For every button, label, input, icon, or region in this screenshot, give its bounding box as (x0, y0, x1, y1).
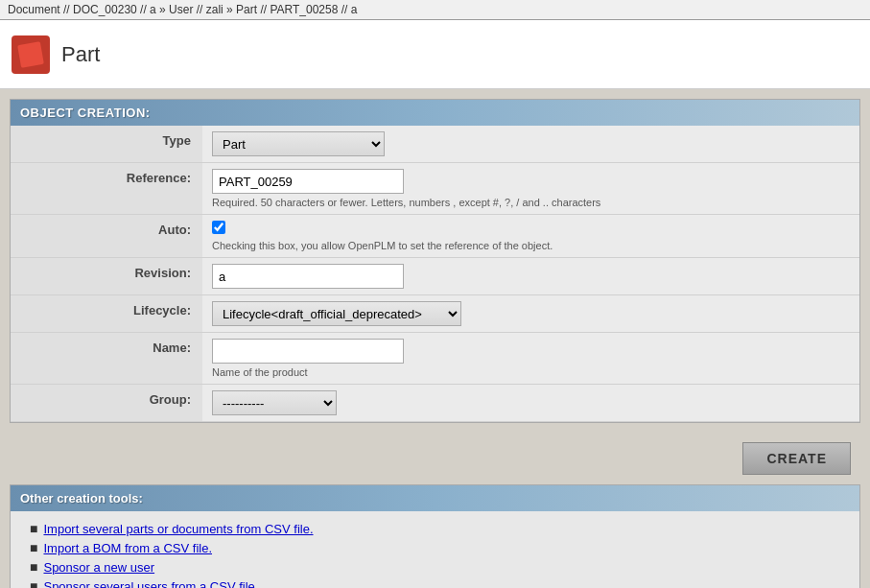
name-label: Name: (11, 333, 202, 385)
sponsor-user-link[interactable]: Sponsor a new user (43, 560, 154, 575)
import-bom-link[interactable]: Import a BOM from a CSV file. (43, 541, 212, 555)
import-parts-link[interactable]: Import several parts or documents from C… (43, 522, 313, 536)
type-label: Type (11, 126, 202, 163)
group-value-cell: ---------- (202, 385, 859, 422)
auto-checkbox[interactable] (212, 221, 225, 234)
bullet-icon: ■ (30, 540, 37, 555)
reference-label: Reference: (11, 163, 202, 215)
part-icon (12, 35, 50, 74)
part-icon-inner (17, 41, 44, 68)
bullet-icon: ■ (30, 521, 37, 536)
list-item: ■ Sponsor several users from a CSV file. (30, 578, 840, 588)
revision-input[interactable] (212, 264, 404, 289)
group-row: Group: ---------- (11, 385, 859, 422)
group-select[interactable]: ---------- (212, 390, 337, 415)
auto-hint: Checking this box, you allow OpenPLM to … (212, 240, 850, 251)
revision-value-cell (202, 258, 859, 295)
main-content: OBJECT CREATION: Type Part Document Refe… (0, 89, 870, 588)
other-tools-list: ■ Import several parts or documents from… (11, 511, 859, 588)
list-item: ■ Import several parts or documents from… (30, 521, 840, 536)
group-label: Group: (11, 385, 202, 422)
object-creation-header: OBJECT CREATION: (11, 100, 859, 126)
reference-hint: Required. 50 characters or fewer. Letter… (212, 197, 850, 208)
reference-value-cell: Required. 50 characters or fewer. Letter… (202, 163, 859, 215)
sponsor-users-link[interactable]: Sponsor several users from a CSV file. (43, 579, 258, 589)
bullet-icon: ■ (30, 559, 37, 575)
other-tools-panel: Other creation tools: ■ Import several p… (10, 484, 860, 588)
auto-row: Auto: Checking this box, you allow OpenP… (11, 215, 859, 258)
name-input[interactable] (212, 339, 404, 364)
create-button[interactable]: CREATE (742, 442, 851, 475)
lifecycle-select[interactable]: Lifecycle<draft_official_deprecated> (212, 301, 461, 326)
other-tools-header: Other creation tools: (11, 485, 859, 511)
lifecycle-value-cell: Lifecycle<draft_official_deprecated> (202, 295, 859, 333)
revision-row: Revision: (11, 258, 859, 295)
page-title: Part (61, 42, 100, 67)
auto-label: Auto: (11, 215, 202, 258)
type-value-cell: Part Document (202, 126, 859, 163)
reference-input[interactable] (212, 169, 404, 194)
create-button-row: CREATE (10, 433, 860, 484)
name-value-cell: Name of the product (202, 333, 859, 385)
breadcrumb: Document // DOC_00230 // a » User // zal… (0, 0, 870, 20)
auto-value-cell: Checking this box, you allow OpenPLM to … (202, 215, 859, 258)
object-creation-panel: OBJECT CREATION: Type Part Document Refe… (10, 99, 860, 423)
type-select[interactable]: Part Document (212, 131, 385, 156)
name-row: Name: Name of the product (11, 333, 859, 385)
type-row: Type Part Document (11, 126, 859, 163)
name-hint: Name of the product (212, 366, 850, 378)
revision-label: Revision: (11, 258, 202, 295)
creation-form: Type Part Document Reference: Required. … (11, 126, 859, 422)
list-item: ■ Import a BOM from a CSV file. (30, 540, 840, 555)
lifecycle-label: Lifecycle: (11, 295, 202, 333)
lifecycle-row: Lifecycle: Lifecycle<draft_official_depr… (11, 295, 859, 333)
reference-row: Reference: Required. 50 characters or fe… (11, 163, 859, 215)
page-header: Part (0, 20, 870, 89)
bullet-icon: ■ (30, 578, 37, 588)
list-item: ■ Sponsor a new user (30, 559, 840, 575)
